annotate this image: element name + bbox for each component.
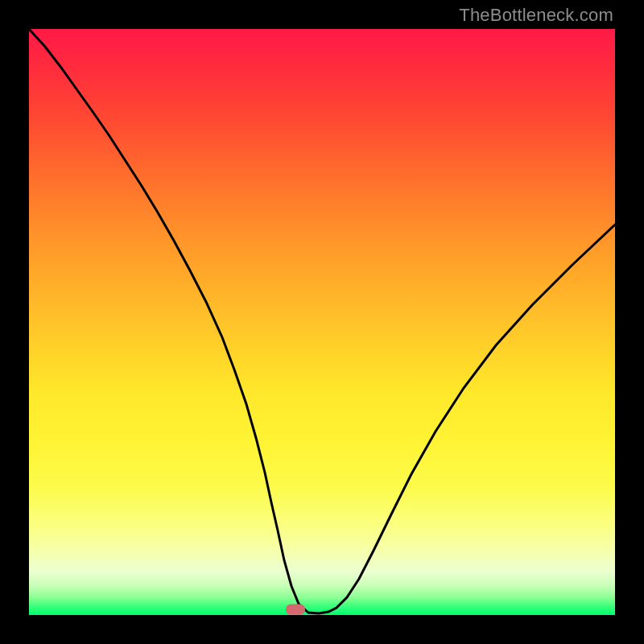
plot-area (29, 29, 615, 615)
watermark-text: TheBottleneck.com (459, 5, 613, 26)
background-gradient (29, 29, 615, 615)
chart-frame: TheBottleneck.com (0, 0, 644, 644)
